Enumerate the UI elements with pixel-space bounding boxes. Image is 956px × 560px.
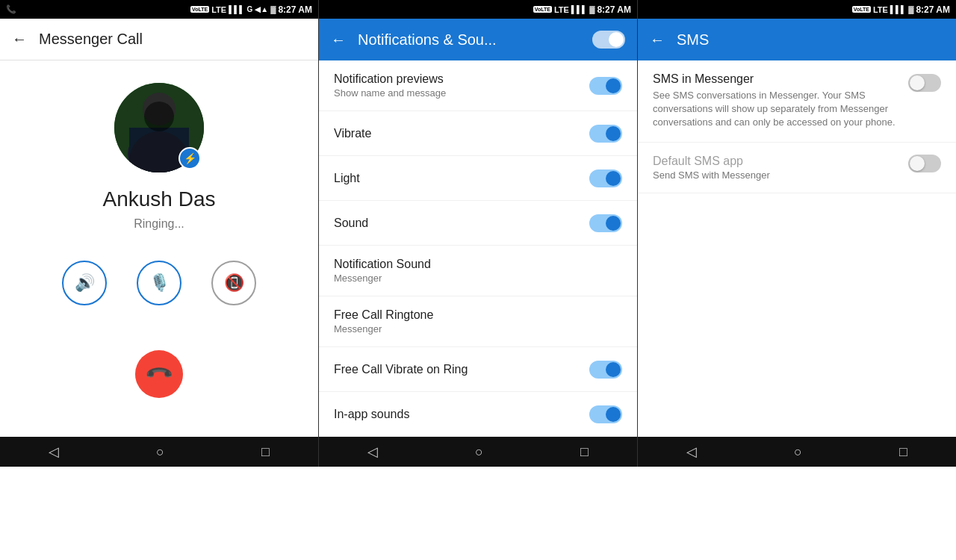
nav-home-2[interactable]: ○ [475,444,483,460]
messenger-badge: ⚡ [179,147,201,169]
caller-name: Ankush Das [103,187,216,211]
toggle-vibrate[interactable] [589,125,622,143]
default-sms-desc: Send SMS with Messenger [653,169,901,181]
setting-notification-previews-label: Notification previews [334,72,446,86]
video-button[interactable]: 📵 [211,261,256,305]
setting-in-app-sounds-label: In-app sounds [334,408,409,421]
setting-sound-label: Sound [334,217,368,230]
back-button-2[interactable]: ← [331,31,346,49]
screen-call: 📞 VoLTE LTE ▌▌▌ G ◀▲ ▓ 8:27 AM ← Messeng… [0,0,319,467]
setting-row-sound[interactable]: Sound [319,201,637,246]
speaker-icon: 🔊 [75,273,95,293]
signal-bars-3: ▌▌▌ [890,5,906,13]
setting-notification-sound-sublabel: Messenger [334,273,431,284]
nav-home-1[interactable]: ○ [156,444,164,460]
lte-label-2: LTE [554,5,569,14]
nav-back-1[interactable]: ◁ [49,444,59,460]
setting-sound-text: Sound [334,217,368,230]
default-sms-title: Default SMS app [653,155,901,168]
status-time-2: 8:27 AM [597,4,631,15]
setting-free-call-ringtone-sublabel: Messenger [334,323,433,335]
g-indicator: G [246,5,252,13]
signal-arrows: ◀▲ [255,5,268,13]
toggle-sms-in-messenger[interactable] [908,74,941,92]
setting-row-in-app-sounds[interactable]: In-app sounds [319,392,637,437]
volte-badge-2: VoLTE [533,6,552,13]
status-bar-2: VoLTE LTE ▌▌▌ ▓ 8:27 AM [319,0,637,19]
sms-content: SMS in Messenger See SMS conversations i… [638,60,956,437]
volte-badge: VoLTE [190,6,209,13]
setting-vibrate-label: Vibrate [334,127,371,140]
sms-in-messenger-section: SMS in Messenger See SMS conversations i… [638,60,956,143]
avatar-container: ⚡ [114,83,204,172]
nav-recent-1[interactable]: □ [261,444,270,460]
notifications-settings-list: Notification previews Show name and mess… [319,60,637,437]
mic-icon: 🎙️ [149,273,170,293]
sms-header-title: SMS [677,31,944,49]
mic-button[interactable]: 🎙️ [137,261,181,305]
nav-recent-3[interactable]: □ [899,444,907,460]
video-icon: 📵 [224,273,244,293]
setting-row-notification-previews[interactable]: Notification previews Show name and mess… [319,60,637,111]
sms-in-messenger-desc: See SMS conversations in Messenger. Your… [653,89,901,130]
status-time: 8:27 AM [278,4,312,15]
svg-rect-3 [129,128,189,172]
setting-row-notification-sound[interactable]: Notification Sound Messenger [319,246,637,296]
call-header: ← Messenger Call [0,19,318,60]
call-body: ⚡ Ankush Das Ringing... 🔊 🎙️ 📵 📞 [0,60,318,437]
setting-row-light[interactable]: Light [319,156,637,201]
back-button[interactable]: ← [12,31,27,48]
toggle-default-sms[interactable] [908,155,941,172]
default-sms-text: Default SMS app Send SMS with Messenger [653,155,901,181]
nav-back-3[interactable]: ◁ [686,444,697,460]
main-toggle[interactable] [592,31,625,49]
setting-light-label: Light [334,172,360,185]
setting-notification-previews-text: Notification previews Show name and mess… [334,72,446,99]
setting-row-free-call-ringtone[interactable]: Free Call Ringtone Messenger [319,296,637,347]
sms-header: ← SMS [638,19,956,60]
bottom-nav-1: ◁ ○ □ [0,437,318,467]
status-bar-1: 📞 VoLTE LTE ▌▌▌ G ◀▲ ▓ 8:27 AM [0,0,318,19]
end-call-icon: 📞 [143,358,174,389]
sms-in-messenger-row: SMS in Messenger See SMS conversations i… [653,72,941,130]
setting-notification-sound-label: Notification Sound [334,258,431,271]
toggle-light[interactable] [589,169,622,187]
signal-bars-2: ▌▌▌ [571,5,587,13]
toggle-sound[interactable] [589,214,622,232]
setting-notification-sound-text: Notification Sound Messenger [334,258,431,284]
sms-in-messenger-text: SMS in Messenger See SMS conversations i… [653,72,901,130]
status-bar-3: VoLTE LTE ▌▌▌ ▓ 8:27 AM [638,0,956,19]
phone-icon: 📞 [6,4,16,14]
volte-badge-3: VoLTE [852,6,871,13]
setting-vibrate-text: Vibrate [334,127,371,140]
setting-notification-previews-sublabel: Show name and message [334,87,446,99]
lte-label-3: LTE [873,5,888,14]
svg-point-1 [143,93,176,125]
speaker-button[interactable]: 🔊 [62,261,107,305]
screen-notifications: VoLTE LTE ▌▌▌ ▓ 8:27 AM ← Notifications … [319,0,638,467]
nav-home-3[interactable]: ○ [794,444,802,460]
sms-in-messenger-title: SMS in Messenger [653,72,901,86]
battery-2: ▓ [589,5,595,13]
status-time-3: 8:27 AM [916,4,950,15]
nav-recent-2[interactable]: □ [580,444,589,460]
battery: ▓ [270,5,276,13]
setting-in-app-sounds-text: In-app sounds [334,408,409,421]
setting-free-call-ringtone-text: Free Call Ringtone Messenger [334,308,433,335]
end-call-button[interactable]: 📞 [135,350,183,398]
messenger-icon: ⚡ [184,152,196,164]
toggle-free-call-vibrate[interactable] [589,361,622,379]
setting-free-call-ringtone-label: Free Call Ringtone [334,308,433,322]
setting-row-free-call-vibrate[interactable]: Free Call Vibrate on Ring [319,347,637,392]
toggle-in-app-sounds[interactable] [589,405,622,423]
screen-sms: VoLTE LTE ▌▌▌ ▓ 8:27 AM ← SMS SMS in Mes… [638,0,956,467]
setting-row-vibrate[interactable]: Vibrate [319,111,637,156]
nav-back-2[interactable]: ◁ [367,444,378,460]
caller-status: Ringing... [134,217,184,231]
setting-free-call-vibrate-label: Free Call Vibrate on Ring [334,363,468,376]
back-button-3[interactable]: ← [650,31,665,49]
setting-light-text: Light [334,172,360,185]
toggle-notification-previews[interactable] [589,77,622,95]
default-sms-section: Default SMS app Send SMS with Messenger [638,143,956,193]
setting-free-call-vibrate-text: Free Call Vibrate on Ring [334,363,468,376]
